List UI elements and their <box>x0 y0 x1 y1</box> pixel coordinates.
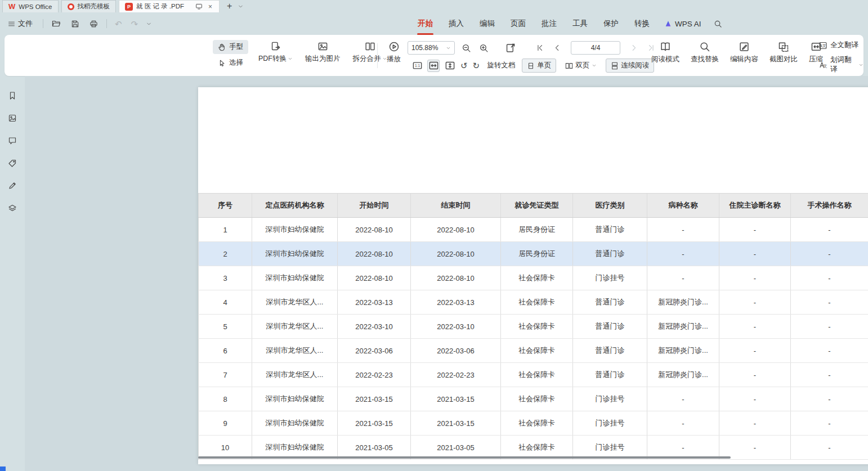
tag-panel-button[interactable] <box>6 156 19 170</box>
tab-wps-office[interactable]: W WPS Office <box>2 0 59 12</box>
select-tool-button[interactable]: 选择 <box>213 56 248 70</box>
more-actions-chevron[interactable] <box>146 21 152 27</box>
table-cell: 2022-03-06 <box>338 339 411 362</box>
column-header: 医疗类别 <box>573 194 647 217</box>
wps-ai-icon <box>664 20 672 28</box>
split-merge-label: 拆分合并 <box>353 54 381 64</box>
table-header-row: 序号定点医药机构名称开始时间结束时间就诊凭证类型医疗类别病种名称住院主诊断名称手… <box>198 193 868 218</box>
table-cell: 深圳市妇幼保健院 <box>252 218 338 241</box>
undo-button[interactable]: ↶ <box>114 20 123 28</box>
menu-tab-convert[interactable]: 转换 <box>627 12 657 35</box>
thumbnail-panel-button[interactable] <box>6 111 19 125</box>
bookmark-panel-button[interactable] <box>6 89 19 102</box>
file-menu-button[interactable]: 文件 <box>5 16 36 31</box>
horizontal-scrollbar[interactable] <box>198 456 731 459</box>
print-icon[interactable] <box>88 18 100 30</box>
menu-tab-page[interactable]: 页面 <box>503 12 534 35</box>
highlighter-panel-button[interactable] <box>6 179 19 192</box>
table-cell: 新冠肺炎门诊... <box>647 339 719 362</box>
reading-mode-button[interactable]: 阅读模式 <box>647 39 683 66</box>
menu-tab-insert[interactable]: 插入 <box>441 12 472 35</box>
wps-ai-button[interactable]: WPS AI <box>657 12 708 35</box>
table-row: 5深圳市龙华区人...2022-03-102022-03-10社会保障卡普通门诊… <box>198 315 868 339</box>
table-cell: 社会保障卡 <box>501 411 573 435</box>
page-jump-button[interactable] <box>504 42 516 54</box>
pdf-convert-icon <box>270 41 281 52</box>
find-replace-icon <box>699 41 710 52</box>
layers-panel-button[interactable] <box>6 201 19 215</box>
table-cell: 2022-08-10 <box>338 266 411 290</box>
screenshot-compare-button[interactable]: 截图对比 <box>766 39 802 66</box>
redo-button[interactable]: ↷ <box>130 20 140 28</box>
nav-first-page-button[interactable] <box>534 42 546 54</box>
table-cell: 深圳市龙华区人... <box>252 290 338 314</box>
table-cell: 门诊挂号 <box>573 266 647 290</box>
column-header: 住院主诊断名称 <box>719 194 791 217</box>
table-cell: - <box>791 315 868 338</box>
nav-prev-page-button[interactable] <box>551 42 563 54</box>
nav-next-page-button[interactable] <box>628 42 640 54</box>
view-layout-row: 1:1 ↺ ↻ 旋转文档 单页 双页 <box>411 58 654 73</box>
fit-width-button[interactable] <box>427 60 440 72</box>
rotate-left-button[interactable]: ↺ <box>460 61 468 70</box>
page-number-input[interactable] <box>571 41 620 55</box>
find-replace-button[interactable]: 查找替换 <box>687 39 723 66</box>
table-cell: - <box>647 411 719 435</box>
hand-tool-button[interactable]: 手型 <box>213 40 248 54</box>
monitor-icon[interactable] <box>195 3 203 10</box>
table-cell: 2021-03-15 <box>411 387 501 411</box>
table-cell: 普通门诊 <box>573 363 647 387</box>
edit-content-button[interactable]: 编辑内容 <box>726 39 762 66</box>
table-cell: 4 <box>198 290 252 314</box>
fit-page-button[interactable] <box>444 60 456 72</box>
global-search-button[interactable] <box>708 12 728 35</box>
word-translate-button[interactable]: 文 划词翻译 <box>818 55 863 74</box>
rotate-right-button[interactable]: ↻ <box>472 61 481 70</box>
reading-mode-label: 阅读模式 <box>651 55 679 64</box>
column-header: 就诊凭证类型 <box>501 194 573 217</box>
zoom-in-button[interactable] <box>477 42 490 54</box>
rotate-document-button[interactable]: 旋转文档 <box>487 61 515 70</box>
chevron-down-icon <box>858 62 863 68</box>
table-row: 8深圳市妇幼保健院2021-03-152021-03-15社会保障卡门诊挂号--… <box>198 387 868 411</box>
table-cell: 7 <box>198 363 252 387</box>
document-viewport[interactable]: 序号定点医药机构名称开始时间结束时间就诊凭证类型医疗类别病种名称住院主诊断名称手… <box>25 76 868 471</box>
table-cell: - <box>647 266 719 290</box>
zoom-out-button[interactable] <box>460 42 472 54</box>
double-page-button[interactable]: 双页 <box>560 59 602 73</box>
open-file-icon[interactable] <box>50 17 62 30</box>
zoom-level-select[interactable]: 105.88% <box>408 41 455 55</box>
table-cell: - <box>719 218 791 241</box>
tab-document[interactable]: P 就 医 记 录 .PDF × <box>119 0 220 12</box>
window-tab-bar: W WPS Office 找稻壳模板 P 就 医 记 录 .PDF × + <box>0 0 868 12</box>
table-cell: 2021-03-15 <box>338 411 411 435</box>
pdf-convert-button[interactable]: PDF转换 <box>254 39 297 65</box>
table-cell: - <box>791 218 868 241</box>
document-page[interactable]: 序号定点医药机构名称开始时间结束时间就诊凭证类型医疗类别病种名称住院主诊断名称手… <box>198 87 868 464</box>
single-page-icon <box>527 62 535 70</box>
save-icon[interactable] <box>69 18 81 30</box>
actual-size-button[interactable]: 1:1 <box>411 60 423 72</box>
full-text-translate-button[interactable]: A文 全文翻译 <box>818 41 863 50</box>
play-icon <box>388 41 400 52</box>
menu-tab-home[interactable]: 开始 <box>410 12 441 35</box>
table-row: 2深圳市妇幼保健院2022-08-102022-08-10居民身份证普通门诊--… <box>198 242 868 266</box>
menu-tab-comment[interactable]: 批注 <box>534 12 565 35</box>
tab-docer-templates[interactable]: 找稻壳模板 <box>61 0 117 12</box>
table-cell: 2021-03-05 <box>411 436 501 459</box>
export-image-button[interactable]: 输出为图片 <box>301 39 344 65</box>
table-row: 3深圳市妇幼保健院2022-08-102022-08-10社会保障卡门诊挂号--… <box>198 266 868 290</box>
new-tab-button[interactable]: + <box>227 2 232 11</box>
close-tab-icon[interactable]: × <box>207 3 213 11</box>
single-page-button[interactable]: 单页 <box>522 59 556 73</box>
table-cell: 深圳市龙华区人... <box>252 315 338 338</box>
menu-tab-edit[interactable]: 编辑 <box>472 12 503 35</box>
menu-tab-tools[interactable]: 工具 <box>565 12 596 35</box>
tab-list-chevron-button[interactable] <box>238 3 244 10</box>
table-cell: 门诊挂号 <box>573 436 647 459</box>
menu-tab-protect[interactable]: 保护 <box>596 12 627 35</box>
comment-panel-button[interactable] <box>6 134 19 147</box>
table-cell: 社会保障卡 <box>501 315 573 338</box>
table-cell: - <box>719 387 791 411</box>
play-button[interactable]: 播放 <box>383 39 405 66</box>
